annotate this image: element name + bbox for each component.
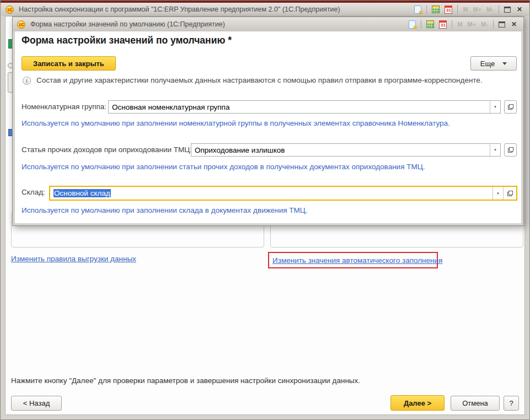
change-export-rules-link[interactable]: Изменить правила выгрузки данных: [11, 255, 136, 263]
field-value: Основной склад: [50, 189, 492, 197]
dialog-titlebar-toolbar: 31 М М+ М-: [409, 20, 523, 29]
calendar-icon[interactable]: 31: [445, 6, 452, 14]
close-icon[interactable]: [516, 6, 523, 13]
back-button[interactable]: < Назад: [11, 396, 62, 411]
wizard-instruction-text: Нажмите кнопку "Далее" для проверки пара…: [11, 376, 360, 385]
save-and-close-button[interactable]: Записать и закрыть: [22, 56, 116, 71]
other-income-item-hint: Используется по умолчанию при заполнении…: [22, 163, 515, 171]
warehouse-hint: Используется по умолчанию при заполнении…: [22, 206, 515, 214]
warehouse-label: Склад:: [22, 186, 45, 199]
info-banner: Состав и другие характеристики получаемы…: [23, 76, 515, 85]
cancel-button[interactable]: Отмена: [451, 396, 500, 411]
change-autofill-values-link[interactable]: Изменить значения автоматического заполн…: [272, 256, 442, 265]
calculator-icon[interactable]: [426, 20, 434, 28]
toolbar-separator: [493, 20, 494, 29]
dropdown-arrow-icon[interactable]: [490, 144, 500, 156]
calculator-icon[interactable]: [432, 6, 440, 13]
dialog-titlebar: 1С Форма настройки значений по умолчанию…: [13, 17, 523, 31]
more-button[interactable]: Еще: [470, 56, 517, 71]
calendar-icon[interactable]: 31: [439, 20, 447, 29]
memory-plus-button: М+: [468, 21, 477, 28]
field-value: Оприходование излишков: [191, 146, 490, 154]
open-value-button[interactable]: [504, 143, 517, 157]
toolbar-separator: [421, 20, 421, 29]
toolbar-separator: [426, 5, 427, 14]
1c-logo-icon: 1С: [6, 6, 14, 14]
other-income-item-label: Статья прочих доходов при оприходовании …: [22, 143, 192, 157]
toolbar-separator: [452, 20, 452, 29]
open-list-icon: [507, 190, 513, 197]
favorites-icon[interactable]: [414, 6, 421, 14]
nomenclature-group-hint: Используется по умолчанию при заполнении…: [22, 119, 515, 127]
maximize-icon[interactable]: [499, 21, 505, 28]
nomenclature-group-label: Номенклатурная группа:: [22, 100, 106, 114]
close-icon[interactable]: [510, 20, 518, 28]
info-text: Состав и другие характеристики получаемы…: [36, 76, 483, 85]
memory-minus-button: М-: [481, 21, 488, 28]
open-list-icon: [507, 104, 514, 110]
background-window-title: Настройка синхронизации с программой "1C…: [19, 6, 414, 13]
dropdown-arrow-icon[interactable]: [492, 187, 503, 200]
chevron-down-icon: [502, 62, 507, 65]
toolbar-separator: [457, 5, 458, 14]
nomenclature-group-field[interactable]: Основная номенклатурная группа: [108, 100, 501, 114]
open-value-button[interactable]: [504, 100, 517, 114]
memory-minus-button: М-: [486, 7, 494, 13]
help-button[interactable]: ?: [504, 396, 519, 411]
favorites-icon[interactable]: [409, 20, 416, 29]
info-icon: [23, 77, 31, 85]
other-income-item-field[interactable]: Оприходование излишков: [191, 143, 501, 157]
next-button[interactable]: Далее >: [390, 395, 445, 411]
memory-plus-button: М+: [473, 7, 482, 13]
toolbar-separator: [499, 5, 499, 14]
maximize-icon[interactable]: [504, 7, 511, 13]
memory-button: М: [463, 7, 468, 13]
background-titlebar: 1С Настройка синхронизации с программой …: [1, 3, 529, 16]
selected-text: Основной склад: [53, 189, 111, 197]
default-values-dialog: 1С Форма настройки значений по умолчанию…: [12, 17, 524, 226]
dialog-window-title: Форма настройки значений по умолчанию (1…: [30, 20, 409, 28]
titlebar-toolbar: 31 М М+ М-: [414, 5, 529, 14]
dropdown-arrow-icon[interactable]: [490, 101, 500, 113]
memory-button: М: [457, 21, 462, 28]
open-list-icon: [507, 147, 514, 153]
dialog-heading: Форма настройки значений по умолчанию *: [22, 35, 232, 46]
1c-logo-icon: 1С: [17, 20, 25, 29]
more-button-label: Еще: [480, 60, 495, 68]
warehouse-field[interactable]: Основной склад: [49, 186, 517, 201]
highlight-rectangle: Изменить значения автоматического заполн…: [268, 252, 438, 268]
open-value-button[interactable]: [503, 187, 516, 200]
field-value: Основная номенклатурная группа: [109, 103, 490, 111]
